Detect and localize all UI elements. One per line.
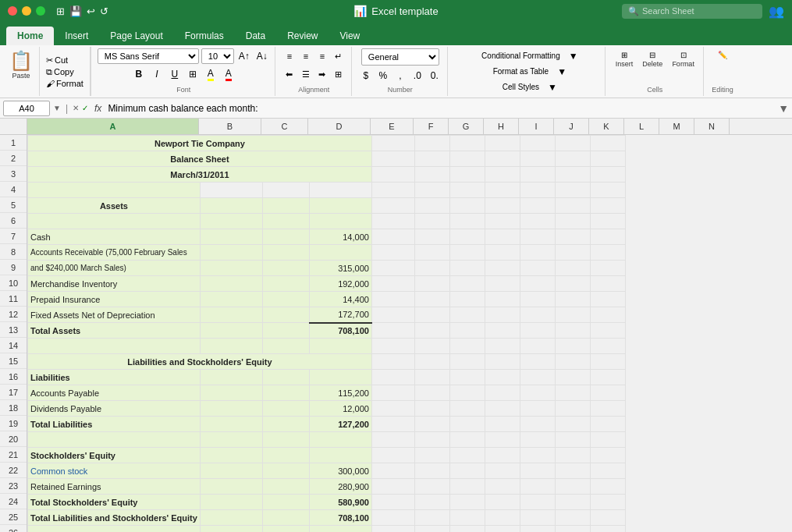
- tab-review[interactable]: Review: [276, 27, 329, 45]
- cell-d9[interactable]: 315,000: [309, 261, 371, 276]
- borders-button[interactable]: ⊞: [185, 66, 201, 82]
- format-cells-button[interactable]: ⊡ Format: [668, 48, 698, 70]
- row-header-7[interactable]: 7: [0, 229, 27, 244]
- cs-dropdown-icon[interactable]: ▼: [548, 82, 557, 93]
- row-header-1[interactable]: 1: [0, 135, 27, 151]
- cell-d11[interactable]: 14,400: [309, 292, 371, 307]
- col-header-c[interactable]: C: [261, 119, 308, 134]
- formula-expand-icon[interactable]: ▼: [778, 102, 789, 115]
- cell-d13[interactable]: 708,100: [309, 323, 371, 339]
- undo-icon[interactable]: ↩: [87, 5, 95, 17]
- cell-a13[interactable]: Total Assets: [28, 323, 201, 339]
- copy-button[interactable]: ⧉ Copy: [43, 66, 87, 78]
- cell-a6[interactable]: [28, 214, 201, 229]
- tab-view[interactable]: View: [329, 27, 371, 45]
- search-input[interactable]: [642, 6, 751, 16]
- cell-styles-button[interactable]: Cell Styles: [497, 80, 545, 94]
- col-header-a[interactable]: A: [27, 119, 199, 134]
- cut-button[interactable]: ✂ Cut: [43, 55, 87, 66]
- row-header-19[interactable]: 19: [0, 416, 27, 431]
- cell-j1[interactable]: [555, 136, 590, 151]
- insert-cells-button[interactable]: ⊞ Insert: [612, 48, 638, 70]
- cell-e1[interactable]: [371, 136, 414, 151]
- cell-a5[interactable]: Assets: [28, 198, 201, 214]
- editing-button[interactable]: ✏️: [710, 48, 735, 62]
- row-header-15[interactable]: 15: [0, 353, 27, 369]
- merge-center-button[interactable]: ⊞: [331, 66, 346, 82]
- cell-a2[interactable]: Balance Sheet: [28, 151, 372, 167]
- redo-icon[interactable]: ↺: [100, 5, 108, 17]
- confirm-formula-icon[interactable]: ✓: [82, 104, 88, 112]
- cell-a25[interactable]: Total Liabilities and Stockholders' Equi…: [28, 510, 201, 526]
- font-size-select[interactable]: 10: [201, 48, 234, 64]
- row-header-5[interactable]: 5: [0, 197, 27, 213]
- increase-font-button[interactable]: A↑: [236, 48, 252, 64]
- row-header-12[interactable]: 12: [0, 307, 27, 322]
- cell-a7[interactable]: Cash: [28, 229, 201, 245]
- cell-d10[interactable]: 192,000: [309, 276, 371, 292]
- cell-ref-dropdown-icon[interactable]: ▼: [53, 104, 61, 112]
- cell-a11[interactable]: Prepaid Insurance: [28, 292, 201, 307]
- col-header-j[interactable]: J: [554, 119, 589, 134]
- cell-a19[interactable]: Total Liabilities: [28, 417, 201, 432]
- col-header-i[interactable]: I: [519, 119, 554, 134]
- cell-d18[interactable]: 12,000: [309, 401, 371, 417]
- percent-button[interactable]: %: [375, 68, 391, 83]
- delete-cells-button[interactable]: ⊟ Delete: [638, 48, 666, 70]
- formula-input[interactable]: [108, 103, 775, 114]
- cell-d25[interactable]: 708,100: [309, 510, 371, 526]
- cell-d22[interactable]: 300,000: [309, 463, 371, 479]
- decrease-font-button[interactable]: A↓: [254, 48, 270, 64]
- row-header-24[interactable]: 24: [0, 494, 27, 509]
- quick-access-icon[interactable]: ⊞: [56, 5, 65, 17]
- col-header-n[interactable]: N: [694, 119, 730, 134]
- row-header-25[interactable]: 25: [0, 509, 27, 525]
- col-header-e[interactable]: E: [371, 119, 414, 134]
- col-header-d[interactable]: D: [308, 119, 371, 134]
- cf-dropdown-icon[interactable]: ▼: [569, 51, 578, 62]
- align-top-right-button[interactable]: ≡: [314, 48, 330, 64]
- row-header-10[interactable]: 10: [0, 275, 27, 291]
- row-header-9[interactable]: 9: [0, 260, 27, 275]
- align-left-button[interactable]: ⬅: [282, 66, 297, 82]
- cancel-formula-icon[interactable]: ✕: [73, 104, 79, 112]
- row-header-20[interactable]: 20: [0, 431, 27, 447]
- cell-a15[interactable]: Liabilities and Stockholders' Equity: [28, 354, 372, 370]
- cell-a23[interactable]: Retained Earnings: [28, 479, 201, 495]
- row-header-6[interactable]: 6: [0, 213, 27, 229]
- cell-a12[interactable]: Fixed Assets Net of Depreciation: [28, 307, 201, 323]
- tab-insert[interactable]: Insert: [54, 27, 99, 45]
- cell-h1[interactable]: [485, 136, 520, 151]
- minimize-window-button[interactable]: [22, 6, 31, 16]
- cell-a17[interactable]: Accounts Payable: [28, 385, 201, 401]
- cell-a4[interactable]: [28, 183, 201, 198]
- cell-a10[interactable]: Merchandise Inventory: [28, 276, 201, 292]
- col-header-l[interactable]: L: [624, 119, 659, 134]
- maximize-window-button[interactable]: [36, 6, 45, 16]
- row-header-4[interactable]: 4: [0, 182, 27, 197]
- col-header-k[interactable]: K: [589, 119, 624, 134]
- bold-button[interactable]: B: [131, 66, 147, 82]
- fill-color-button[interactable]: A: [203, 66, 218, 82]
- row-header-13[interactable]: 13: [0, 322, 27, 338]
- cell-d7[interactable]: 14,000: [309, 229, 371, 245]
- cell-g1[interactable]: [449, 136, 485, 151]
- row-header-16[interactable]: 16: [0, 369, 27, 385]
- align-right-button[interactable]: ➡: [314, 66, 330, 82]
- close-window-button[interactable]: [8, 6, 17, 16]
- wrap-text-button[interactable]: ↵: [331, 48, 346, 64]
- cell-d12[interactable]: 172,700: [309, 307, 371, 323]
- row-header-23[interactable]: 23: [0, 478, 27, 494]
- col-header-b[interactable]: B: [199, 119, 261, 134]
- cell-a18[interactable]: Dividends Payable: [28, 401, 201, 417]
- tab-data[interactable]: Data: [235, 27, 276, 45]
- tab-page-layout[interactable]: Page Layout: [99, 27, 173, 45]
- row-header-11[interactable]: 11: [0, 291, 27, 307]
- tab-home[interactable]: Home: [6, 27, 54, 45]
- cell-a21[interactable]: Stockholders' Equity: [28, 448, 201, 463]
- row-header-21[interactable]: 21: [0, 447, 27, 463]
- align-top-center-button[interactable]: ≡: [298, 48, 314, 64]
- row-header-22[interactable]: 22: [0, 463, 27, 478]
- italic-button[interactable]: I: [149, 66, 165, 82]
- tab-formulas[interactable]: Formulas: [174, 27, 235, 45]
